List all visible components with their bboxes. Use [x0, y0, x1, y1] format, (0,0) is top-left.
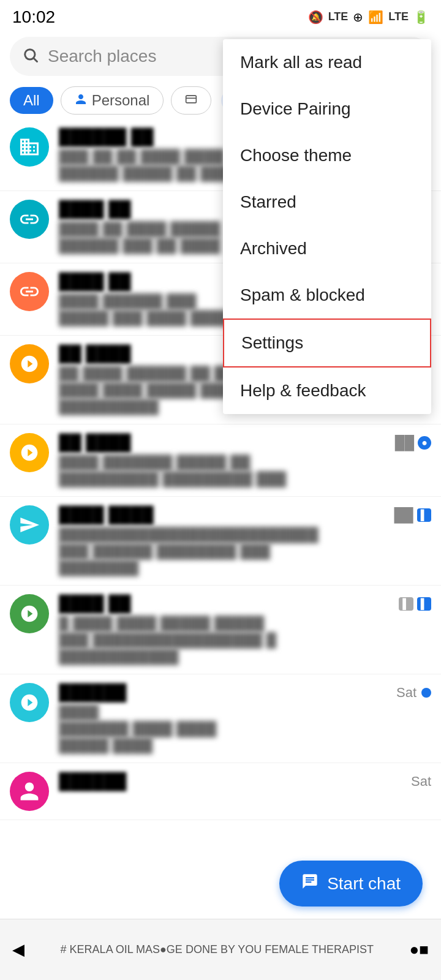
avatar: [10, 772, 49, 811]
menu-item-archived[interactable]: Archived: [223, 225, 431, 272]
lte-icon: LTE: [328, 10, 349, 23]
chat-name: ██ ████: [59, 344, 131, 363]
menu-item-settings[interactable]: Settings: [223, 318, 431, 368]
chat-message: █ ████ ████ █████ █████: [59, 616, 431, 632]
menu-item-starred[interactable]: Starred: [223, 179, 431, 225]
chat-time: ██ ●: [395, 435, 431, 451]
avatar: [10, 505, 49, 545]
chat-time: ▌ ▌: [399, 597, 431, 611]
chat-content: ████ ████ ██ ▌ █████████████████████████…: [59, 505, 431, 576]
list-item[interactable]: ██████ Sat: [0, 763, 441, 820]
menu-item-help-feedback[interactable]: Help & feedback: [223, 368, 431, 414]
avatar: [10, 127, 49, 167]
chat-message: ████: [59, 704, 431, 721]
svg-line-1: [34, 58, 37, 61]
chat-message-2: ███ ██████ ████████ ███: [59, 543, 431, 560]
menu-item-choose-theme[interactable]: Choose theme: [223, 132, 431, 179]
chat-message-3: ████████: [59, 560, 431, 576]
wifi-icon: ⊕: [353, 10, 363, 24]
tab-all-label: All: [23, 92, 40, 109]
start-chat-label: Start chat: [327, 874, 401, 894]
chat-name: ████ ██: [59, 594, 131, 613]
tab-all[interactable]: All: [10, 87, 53, 114]
chat-message-3: ████████████: [59, 649, 431, 665]
chat-name: ██████ ██: [59, 127, 154, 146]
avatar: [10, 433, 49, 472]
chat-name: ████ ██: [59, 200, 131, 219]
bottom-bar-text: # KERALA OIL MAS●GE DONE BY YOU FEMALE T…: [31, 943, 404, 957]
chat-time: Sat: [396, 685, 431, 701]
mute-icon: 🔕: [308, 10, 323, 24]
nav-recent-icon[interactable]: ■: [419, 940, 429, 959]
chat-message: ████ ███████ █████ ██: [59, 454, 431, 471]
start-chat-button[interactable]: Start chat: [279, 861, 423, 907]
svg-rect-2: [186, 96, 197, 103]
nav-home-icon[interactable]: ●: [410, 940, 420, 959]
chat-name: ██████: [59, 683, 127, 702]
chat-message-2: ███ █████████████████ █: [59, 632, 431, 649]
list-item[interactable]: ████ ██ ▌ ▌ █ ████ ████ █████ █████ ███ …: [0, 586, 441, 674]
list-item[interactable]: ██████ Sat ████ ███████ ████ ████ █████ …: [0, 674, 441, 763]
chat-name: ██████: [59, 772, 127, 791]
tab-card[interactable]: [171, 86, 211, 115]
chat-name: ██ ████: [59, 433, 131, 452]
bottom-bar: ◀ # KERALA OIL MAS●GE DONE BY YOU FEMALE…: [0, 919, 441, 980]
menu-item-mark-all-read[interactable]: Mark all as read: [223, 39, 431, 86]
chat-message-2: ███████ ████ ████: [59, 721, 431, 737]
chat-message: ██████████████████████████: [59, 527, 431, 543]
status-bar: 10:02 🔕 LTE ⊕ 📶 LTE 🔋: [0, 0, 441, 31]
avatar: [10, 344, 49, 383]
card-icon: [185, 92, 197, 109]
chat-content: ████ ██ ▌ ▌ █ ████ ████ █████ █████ ███ …: [59, 594, 431, 665]
avatar: [10, 200, 49, 239]
search-icon: [22, 47, 39, 66]
battery-icon: 🔋: [413, 10, 429, 24]
nav-back-icon[interactable]: ◀: [12, 940, 24, 959]
signal-icon: 📶: [368, 10, 383, 24]
avatar: [10, 594, 49, 633]
tab-personal[interactable]: Personal: [61, 86, 164, 115]
menu-item-spam-blocked[interactable]: Spam & blocked: [223, 272, 431, 318]
list-item[interactable]: ████ ████ ██ ▌ █████████████████████████…: [0, 497, 441, 586]
chat-message-3: █████ ████: [59, 737, 431, 754]
tab-personal-label: Personal: [92, 92, 150, 109]
chat-name: ████ ██: [59, 272, 131, 291]
status-time: 10:02: [12, 7, 55, 27]
chat-content: ██████ Sat: [59, 772, 431, 793]
chat-time: Sat: [411, 774, 431, 790]
chat-name: ████ ████: [59, 505, 154, 524]
menu-item-device-pairing[interactable]: Device Pairing: [223, 86, 431, 132]
chat-content: ██████ Sat ████ ███████ ████ ████ █████ …: [59, 683, 431, 754]
person-icon: [75, 92, 87, 109]
list-item[interactable]: ██ ████ ██ ● ████ ███████ █████ ██ █████…: [0, 424, 441, 497]
avatar: [10, 683, 49, 722]
chat-content: ██ ████ ██ ● ████ ███████ █████ ██ █████…: [59, 433, 431, 488]
dropdown-menu: Mark all as read Device Pairing Choose t…: [223, 39, 431, 414]
lte2-icon: LTE: [388, 10, 409, 23]
start-chat-icon: [301, 873, 318, 894]
chat-time: ██ ▌: [394, 507, 431, 523]
status-icons: 🔕 LTE ⊕ 📶 LTE 🔋: [308, 10, 429, 24]
avatar: [10, 272, 49, 311]
search-placeholder: Search places: [48, 47, 156, 66]
chat-message-2: ██████████ █████████ ███: [59, 471, 431, 488]
